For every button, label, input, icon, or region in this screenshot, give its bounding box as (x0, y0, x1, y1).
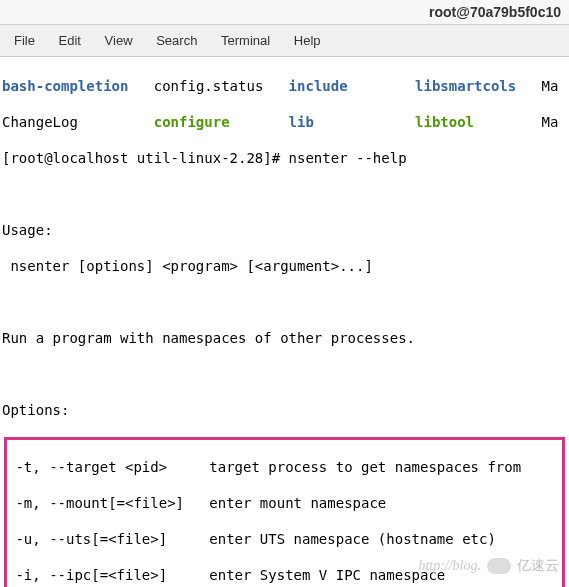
menu-file[interactable]: File (4, 31, 45, 50)
menubar: File Edit View Search Terminal Help (0, 25, 569, 57)
cloud-icon (487, 558, 511, 574)
file-ma2: Ma (542, 114, 559, 130)
blank-line (2, 365, 567, 383)
command-text: nsenter --help (289, 150, 407, 166)
option-mount: -m, --mount[=<file>] enter mount namespa… (7, 494, 562, 512)
shell-prompt: [root@localhost util-linux-2.28]# (2, 150, 289, 166)
menu-edit[interactable]: Edit (49, 31, 91, 50)
dir-libsmartcols: libsmartcols (415, 78, 516, 94)
description-line: Run a program with namespaces of other p… (2, 329, 567, 347)
window-title: root@70a79b5f0c10 (429, 4, 561, 20)
blank-line (2, 185, 567, 203)
menu-terminal[interactable]: Terminal (211, 31, 280, 50)
ls-row-1: bash-completion config.status include li… (2, 77, 567, 95)
dir-include: include (289, 78, 348, 94)
menu-help[interactable]: Help (284, 31, 331, 50)
option-target: -t, --target <pid> target process to get… (7, 458, 562, 476)
menu-view[interactable]: View (95, 31, 143, 50)
file-ma1: Ma (542, 78, 559, 94)
menu-search[interactable]: Search (146, 31, 207, 50)
file-changelog: ChangeLog (2, 114, 78, 130)
exec-libtool: libtool (415, 114, 474, 130)
terminal-output[interactable]: bash-completion config.status include li… (0, 57, 569, 587)
file-config-status: config.status (154, 78, 264, 94)
usage-header: Usage: (2, 221, 567, 239)
dir-lib: lib (289, 114, 314, 130)
blank-line (2, 293, 567, 311)
exec-configure: configure (154, 114, 230, 130)
prompt-line: [root@localhost util-linux-2.28]# nsente… (2, 149, 567, 167)
dir-bash-completion: bash-completion (2, 78, 128, 94)
window-titlebar: root@70a79b5f0c10 (0, 0, 569, 25)
watermark-url: http://blog. (418, 558, 481, 574)
options-header: Options: (2, 401, 567, 419)
watermark-brand: 亿速云 (517, 557, 559, 575)
usage-line: nsenter [options] <program> [<argument>.… (2, 257, 567, 275)
ls-row-2: ChangeLog configure lib libtool Ma (2, 113, 567, 131)
option-uts: -u, --uts[=<file>] enter UTS namespace (… (7, 530, 562, 548)
watermark: http://blog. 亿速云 (418, 557, 559, 575)
